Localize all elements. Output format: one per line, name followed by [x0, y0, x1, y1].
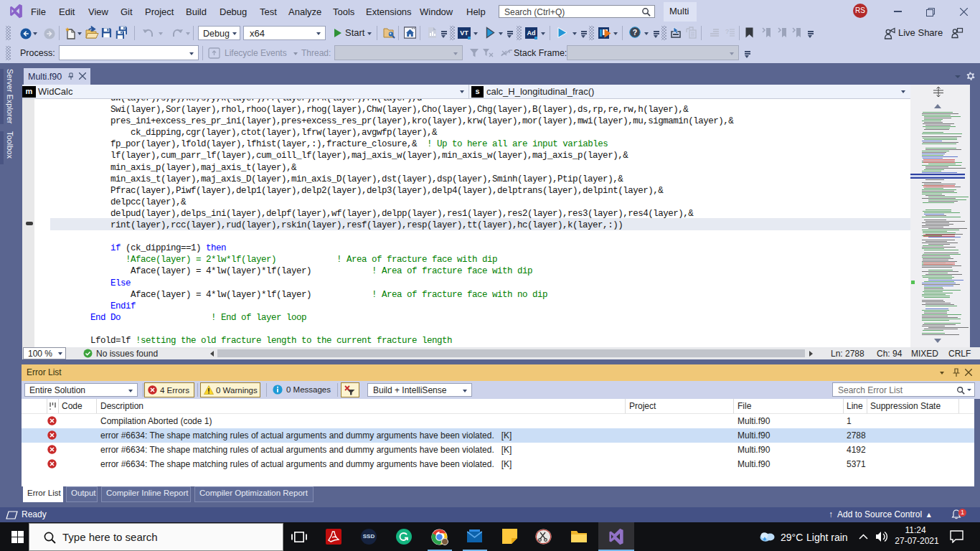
svg-text:?: ? — [725, 28, 729, 35]
svg-text:?: ? — [633, 28, 637, 37]
